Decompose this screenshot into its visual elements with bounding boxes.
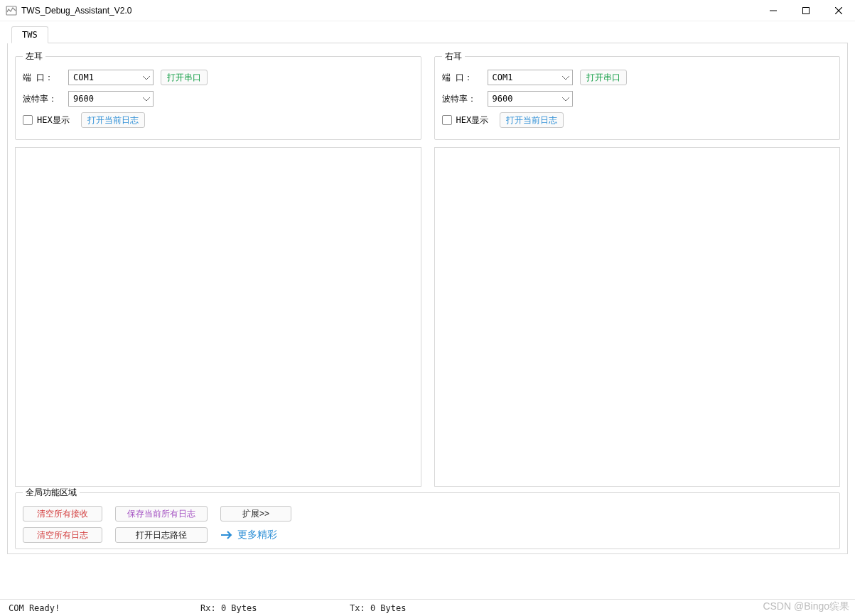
right-port-row: 端 口： COM1 打开串口 — [442, 70, 833, 85]
right-open-log-button[interactable]: 打开当前日志 — [500, 112, 564, 128]
left-ear-group: 左耳 端 口： COM1 打开串口 波特率： — [15, 50, 421, 140]
more-link-label: 更多精彩 — [237, 529, 277, 541]
open-log-path-button[interactable]: 打开日志路径 — [115, 527, 208, 543]
chevron-down-icon — [143, 72, 150, 82]
global-legend: 全局功能区域 — [23, 487, 80, 499]
left-hex-row: HEX显示 打开当前日志 — [23, 112, 414, 128]
statusbar: COM Ready! Rx: 0 Bytes Tx: 0 Bytes — [0, 599, 855, 616]
right-hex-row: HEX显示 打开当前日志 — [442, 112, 833, 128]
clear-all-logs-button[interactable]: 清空所有日志 — [23, 527, 102, 543]
left-baud-label: 波特率： — [23, 93, 61, 105]
save-all-logs-button[interactable]: 保存当前所有日志 — [115, 506, 208, 522]
left-baud-row: 波特率： 9600 — [23, 91, 414, 107]
chevron-down-icon — [143, 94, 150, 104]
right-hex-label[interactable]: HEX显示 — [456, 114, 489, 126]
clear-all-rx-button[interactable]: 清空所有接收 — [23, 506, 102, 522]
status-com: COM Ready! — [0, 603, 192, 613]
right-port-label: 端 口： — [442, 72, 480, 84]
right-baud-row: 波特率： 9600 — [442, 91, 833, 107]
status-rx: Rx: 0 Bytes — [192, 603, 341, 613]
close-button[interactable] — [822, 0, 855, 21]
global-functions-group: 全局功能区域 清空所有接收 保存当前所有日志 扩展>> 清空所有日志 打开日志路… — [15, 487, 840, 549]
left-port-row: 端 口： COM1 打开串口 — [23, 70, 414, 85]
right-open-port-button[interactable]: 打开串口 — [580, 70, 627, 85]
left-hex-checkbox[interactable] — [23, 115, 33, 125]
global-button-grid: 清空所有接收 保存当前所有日志 扩展>> 清空所有日志 打开日志路径 更多精彩 — [23, 506, 832, 543]
left-port-combo[interactable]: COM1 — [68, 70, 154, 85]
left-baud-combo[interactable]: 9600 — [68, 91, 154, 107]
right-ear-group: 右耳 端 口： COM1 打开串口 波特率： — [434, 50, 841, 140]
chevron-down-icon — [562, 72, 569, 82]
right-column: 右耳 端 口： COM1 打开串口 波特率： — [434, 50, 841, 487]
titlebar: TWS_Debug_Assistant_V2.0 — [0, 0, 855, 21]
right-hex-checkbox[interactable] — [442, 115, 452, 125]
maximize-button[interactable] — [790, 0, 822, 21]
left-log-textarea[interactable] — [15, 147, 421, 487]
two-columns: 左耳 端 口： COM1 打开串口 波特率： — [15, 50, 840, 487]
tab-page: 左耳 端 口： COM1 打开串口 波特率： — [7, 43, 848, 554]
app-icon — [6, 5, 17, 16]
window-title: TWS_Debug_Assistant_V2.0 — [21, 6, 757, 16]
expand-button[interactable]: 扩展>> — [220, 506, 291, 522]
left-port-value: COM1 — [73, 72, 143, 82]
left-hex-label[interactable]: HEX显示 — [37, 114, 70, 126]
right-baud-value: 9600 — [493, 94, 562, 104]
left-open-log-button[interactable]: 打开当前日志 — [81, 112, 145, 128]
status-tx: Tx: 0 Bytes — [341, 603, 855, 613]
more-link[interactable]: 更多精彩 — [220, 529, 291, 541]
minimize-button[interactable] — [757, 0, 790, 21]
left-open-port-button[interactable]: 打开串口 — [161, 70, 208, 85]
left-column: 左耳 端 口： COM1 打开串口 波特率： — [15, 50, 421, 487]
window-controls — [757, 0, 855, 21]
left-baud-value: 9600 — [73, 94, 143, 104]
svg-rect-2 — [803, 7, 810, 13]
arrow-right-icon — [220, 530, 233, 540]
chevron-down-icon — [562, 94, 569, 104]
right-baud-combo[interactable]: 9600 — [488, 91, 573, 107]
left-ear-legend: 左耳 — [23, 50, 45, 63]
right-port-value: COM1 — [493, 72, 562, 82]
left-port-label: 端 口： — [23, 72, 61, 84]
right-baud-label: 波特率： — [442, 93, 480, 105]
right-ear-legend: 右耳 — [442, 50, 465, 63]
right-port-combo[interactable]: COM1 — [488, 70, 573, 85]
tabstrip: TWS — [11, 26, 848, 43]
client-area: TWS 左耳 端 口： COM1 打开串口 — [0, 21, 855, 554]
right-log-textarea[interactable] — [434, 147, 841, 487]
tab-tws[interactable]: TWS — [11, 26, 48, 43]
